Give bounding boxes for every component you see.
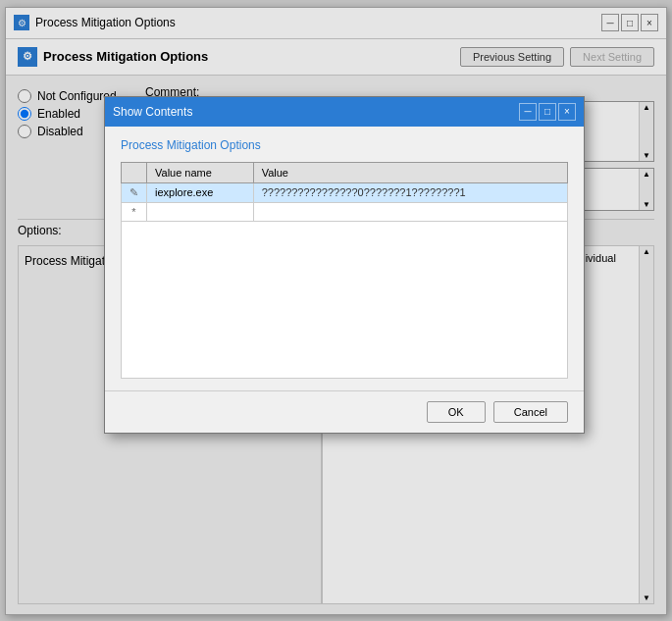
row-value-cell[interactable]: ????????????????0???????1????????1 [253, 182, 567, 202]
row-name-cell[interactable]: iexplore.exe [147, 182, 254, 202]
dialog-minimize-button[interactable]: ─ [519, 103, 537, 121]
table-row[interactable]: * [122, 202, 568, 221]
dialog-subtitle: Process Mitigation Options [121, 138, 568, 152]
main-window: ⚙ Process Mitigation Options ─ □ × ⚙ Pro… [5, 7, 667, 615]
row-name-cell[interactable] [147, 202, 254, 221]
dialog-title-bar: Show Contents ─ □ × [105, 97, 584, 127]
row-indicator: ✎ [122, 182, 147, 202]
table-col-value: Value [253, 162, 567, 182]
table-col-value-name: Value name [147, 162, 254, 182]
dialog-controls: ─ □ × [519, 103, 576, 121]
table-body: ✎iexplore.exe????????????????0???????1??… [122, 182, 568, 221]
row-indicator: * [122, 202, 147, 221]
table-row[interactable]: ✎iexplore.exe????????????????0???????1??… [122, 182, 568, 202]
dialog-content: Process Mitigation Options Value name Va… [105, 127, 584, 390]
dialog-footer: OK Cancel [105, 390, 584, 433]
cancel-button[interactable]: Cancel [493, 401, 568, 423]
table-header-row: Value name Value [122, 162, 568, 182]
table-empty-area [121, 222, 568, 379]
dialog-close-button[interactable]: × [558, 103, 576, 121]
modal-overlay: Show Contents ─ □ × Process Mitigation O… [6, 8, 666, 614]
table-col-indicator [122, 162, 147, 182]
contents-table: Value name Value ✎iexplore.exe??????????… [121, 162, 568, 222]
dialog-maximize-button[interactable]: □ [539, 103, 556, 121]
row-value-cell[interactable] [253, 202, 567, 221]
show-contents-dialog: Show Contents ─ □ × Process Mitigation O… [104, 96, 585, 434]
dialog-title: Show Contents [113, 105, 192, 119]
ok-button[interactable]: OK [427, 401, 486, 423]
